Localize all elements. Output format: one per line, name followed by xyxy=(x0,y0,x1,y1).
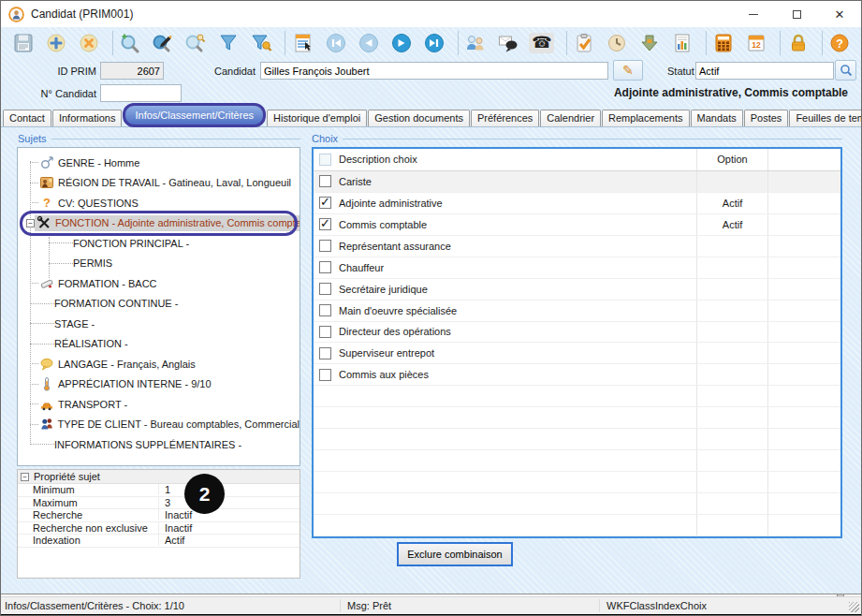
calculator-icon[interactable] xyxy=(712,31,735,55)
nav-next-icon[interactable] xyxy=(390,31,413,55)
prop-row-minimum[interactable]: Minimum1 xyxy=(18,484,300,497)
close-button[interactable]: ✕ xyxy=(818,1,861,27)
region-icon xyxy=(39,175,54,190)
checkbox[interactable] xyxy=(319,369,331,381)
tree-item-fonction[interactable]: − FONCTION - Adjointe administrative, Co… xyxy=(18,213,300,234)
checkbox[interactable] xyxy=(319,218,331,230)
nav-previous-icon[interactable] xyxy=(358,31,380,55)
exclure-combinaison-button[interactable]: Exclure combinaison xyxy=(397,542,513,566)
search-new-icon[interactable] xyxy=(119,31,141,55)
checkbox[interactable] xyxy=(319,347,331,359)
choix-header-description: Description choix xyxy=(339,154,417,165)
select-all-checkbox[interactable] xyxy=(319,154,331,166)
tab-historique-emploi[interactable]: Historique d'emploi xyxy=(267,110,367,127)
tree-item-formation-continue[interactable]: FORMATION CONTINUE - xyxy=(18,294,300,315)
tree-item-transport[interactable]: TRANSPORT - xyxy=(18,394,300,415)
tools-icon xyxy=(37,215,51,230)
collapse-toggle[interactable]: − xyxy=(26,219,35,227)
tree-item-cv-questions[interactable]: ?CV: QUESTIONS xyxy=(18,193,300,213)
time-icon[interactable] xyxy=(606,31,628,55)
candidat-field[interactable] xyxy=(260,62,608,80)
checkbox[interactable] xyxy=(319,326,331,338)
tree-item-langage[interactable]: LANGAGE - Français, Anglais xyxy=(18,354,300,374)
tree-item-fonction-principal[interactable]: FONCTION PRINCIPAL - xyxy=(18,233,300,254)
tasks-icon[interactable] xyxy=(573,31,595,55)
choix-row-cariste[interactable]: Cariste xyxy=(314,171,840,193)
add-icon[interactable] xyxy=(45,31,67,55)
tab-remplacements[interactable]: Remplacements xyxy=(602,110,689,127)
checkbox[interactable] xyxy=(319,175,331,187)
choix-row-directeur-des-operations[interactable]: Directeur des opérations xyxy=(314,322,840,344)
nav-last-icon[interactable] xyxy=(423,31,446,55)
magnifier-icon xyxy=(840,64,853,77)
nav-first-icon[interactable] xyxy=(325,31,347,55)
prop-row-recherche-non-exclusive[interactable]: Recherche non exclusiveInactif xyxy=(18,522,300,535)
tree-item-formation[interactable]: FORMATION - BACC xyxy=(18,273,300,294)
statut-search-button[interactable] xyxy=(835,60,856,81)
choix-row-chauffeur[interactable]: Chauffeur xyxy=(314,257,840,279)
statut-label: Statut xyxy=(667,66,694,77)
statut-field[interactable] xyxy=(695,62,834,80)
phone-icon[interactable]: ☎ xyxy=(530,31,554,55)
checkbox[interactable] xyxy=(319,197,331,209)
tree-item-permis[interactable]: PERMIS xyxy=(18,254,300,274)
help-icon[interactable]: ? xyxy=(828,31,851,55)
choix-row-secretaire-juridique[interactable]: Secrétaire juridique xyxy=(314,279,840,301)
choix-row-commis-comptable[interactable]: Commis comptableActif xyxy=(314,214,840,236)
minimize-button[interactable] xyxy=(732,1,775,27)
resize-grip[interactable] xyxy=(849,602,859,612)
tab-informations[interactable]: Informations xyxy=(52,110,123,127)
window-title: Candidat (PRIM001) xyxy=(31,7,133,21)
search-edit-icon[interactable] xyxy=(152,31,174,55)
no-candidat-field[interactable] xyxy=(100,84,182,102)
id-prim-field[interactable] xyxy=(100,62,164,80)
maximize-button[interactable] xyxy=(775,1,818,27)
choix-row-superviseur-entrepot[interactable]: Superviseur entrepot xyxy=(314,343,840,364)
search-zoom-icon[interactable] xyxy=(184,31,207,55)
choix-group-label: Choix xyxy=(312,133,842,144)
choix-row-adjointe-administrative[interactable]: Adjointe administrativeActif xyxy=(314,193,840,214)
tree-item-realisation[interactable]: RÉALISATION - xyxy=(18,334,300,355)
prop-row-recherche[interactable]: RechercheInactif xyxy=(18,509,300,522)
application-window: Candidat (PRIM001) ✕ ☎ xyxy=(0,0,862,616)
save-icon[interactable] xyxy=(12,31,35,55)
tree-item-type-de-client[interactable]: TYPE DE CLIENT - Bureau comptables, Comm… xyxy=(18,415,300,435)
tree-item-informations-supplementaires[interactable]: INFORMATIONS SUPPLÉMENTAIRES - xyxy=(18,434,300,455)
tree-item-appreciation-interne[interactable]: APPRÉCIATION INTERNE - 9/10 xyxy=(18,374,300,395)
lock-icon[interactable] xyxy=(787,31,810,55)
tab-feuilles-de-temps[interactable]: Feuilles de temps xyxy=(789,110,862,127)
checkbox[interactable] xyxy=(319,304,331,316)
checkbox[interactable] xyxy=(319,261,331,273)
tree-item-stage[interactable]: STAGE - xyxy=(18,314,300,334)
pencil-icon: ✎ xyxy=(622,63,634,78)
prop-row-maximum[interactable]: Maximum3 xyxy=(18,497,300,510)
propriete-sujet-grid: −Propriété sujet Minimum1 Maximum3 Reche… xyxy=(17,469,300,579)
import-icon[interactable] xyxy=(638,31,661,55)
delete-icon[interactable] xyxy=(78,31,100,55)
tab-preferences[interactable]: Préférences xyxy=(471,110,539,127)
checkbox[interactable] xyxy=(319,240,331,252)
report-icon[interactable] xyxy=(671,31,694,55)
tree-item-region-de-travail[interactable]: RÉGION DE TRAVAIL - Gatineau, Laval, Lon… xyxy=(18,173,300,194)
collapse-toggle[interactable]: − xyxy=(21,473,29,481)
tab-mandats[interactable]: Mandats xyxy=(691,110,743,127)
tab-infos-classement-criteres[interactable]: Infos/Classement/Critères xyxy=(123,103,266,127)
prop-row-indexation[interactable]: IndexationActif xyxy=(18,535,300,548)
edit-candidat-button[interactable]: ✎ xyxy=(613,60,643,81)
messages-icon[interactable] xyxy=(497,31,519,55)
choix-row-commis-aux-pieces[interactable]: Commis aux pièces xyxy=(314,364,840,386)
tab-postes[interactable]: Postes xyxy=(744,110,789,127)
form-view-icon[interactable] xyxy=(292,31,314,55)
checkbox[interactable] xyxy=(319,283,331,295)
tree-item-genre[interactable]: GENRE - Homme xyxy=(18,153,300,173)
tab-calendrier[interactable]: Calendrier xyxy=(540,110,601,127)
tab-gestion-documents[interactable]: Gestion documents xyxy=(368,110,470,127)
filter-icon[interactable] xyxy=(217,31,240,55)
calendar-icon[interactable]: 12 xyxy=(745,31,767,55)
filter-search-icon[interactable] xyxy=(250,31,272,55)
tab-contact[interactable]: Contact xyxy=(3,110,51,127)
choix-row-main-doeuvre-specialisee[interactable]: Main d'oeuvre spécialisée xyxy=(314,301,840,322)
choix-row-representant-assurance[interactable]: Représentant assurance xyxy=(314,236,840,257)
contacts-search-icon[interactable] xyxy=(464,31,487,55)
choix-empty-row xyxy=(314,407,840,429)
